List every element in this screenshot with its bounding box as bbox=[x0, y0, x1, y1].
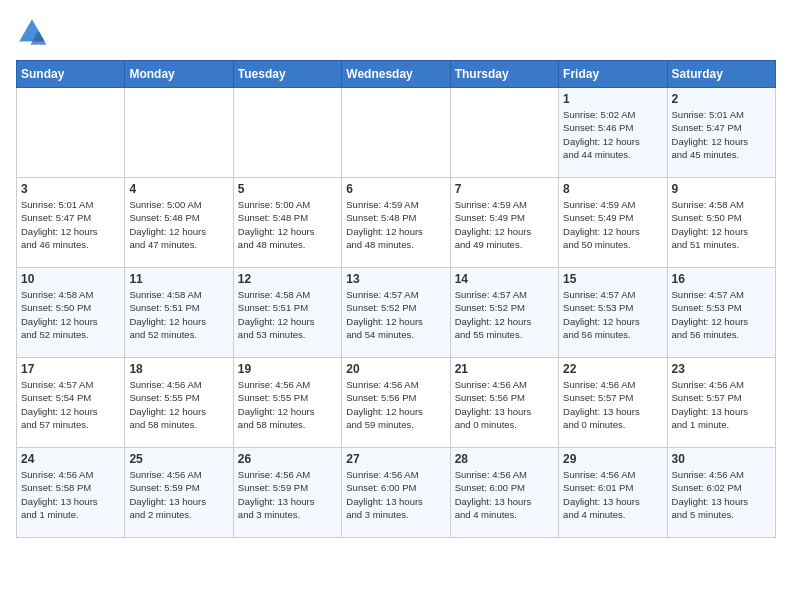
calendar-cell: 10Sunrise: 4:58 AM Sunset: 5:50 PM Dayli… bbox=[17, 268, 125, 358]
calendar-cell bbox=[17, 88, 125, 178]
calendar-week-2: 3Sunrise: 5:01 AM Sunset: 5:47 PM Daylig… bbox=[17, 178, 776, 268]
header-thursday: Thursday bbox=[450, 61, 558, 88]
day-number: 16 bbox=[672, 272, 771, 286]
calendar-cell: 12Sunrise: 4:58 AM Sunset: 5:51 PM Dayli… bbox=[233, 268, 341, 358]
day-number: 23 bbox=[672, 362, 771, 376]
day-info: Sunrise: 4:57 AM Sunset: 5:53 PM Dayligh… bbox=[672, 288, 771, 341]
day-info: Sunrise: 4:56 AM Sunset: 5:57 PM Dayligh… bbox=[563, 378, 662, 431]
calendar-cell: 22Sunrise: 4:56 AM Sunset: 5:57 PM Dayli… bbox=[559, 358, 667, 448]
day-number: 29 bbox=[563, 452, 662, 466]
calendar-cell: 8Sunrise: 4:59 AM Sunset: 5:49 PM Daylig… bbox=[559, 178, 667, 268]
day-info: Sunrise: 4:56 AM Sunset: 6:00 PM Dayligh… bbox=[346, 468, 445, 521]
calendar-cell: 16Sunrise: 4:57 AM Sunset: 5:53 PM Dayli… bbox=[667, 268, 775, 358]
day-info: Sunrise: 4:57 AM Sunset: 5:52 PM Dayligh… bbox=[455, 288, 554, 341]
day-number: 6 bbox=[346, 182, 445, 196]
day-info: Sunrise: 4:59 AM Sunset: 5:49 PM Dayligh… bbox=[455, 198, 554, 251]
day-number: 12 bbox=[238, 272, 337, 286]
calendar-cell: 20Sunrise: 4:56 AM Sunset: 5:56 PM Dayli… bbox=[342, 358, 450, 448]
calendar-cell: 29Sunrise: 4:56 AM Sunset: 6:01 PM Dayli… bbox=[559, 448, 667, 538]
day-info: Sunrise: 4:56 AM Sunset: 5:59 PM Dayligh… bbox=[129, 468, 228, 521]
day-info: Sunrise: 4:58 AM Sunset: 5:51 PM Dayligh… bbox=[129, 288, 228, 341]
day-number: 5 bbox=[238, 182, 337, 196]
header-sunday: Sunday bbox=[17, 61, 125, 88]
day-info: Sunrise: 4:58 AM Sunset: 5:50 PM Dayligh… bbox=[21, 288, 120, 341]
calendar-week-4: 17Sunrise: 4:57 AM Sunset: 5:54 PM Dayli… bbox=[17, 358, 776, 448]
day-number: 4 bbox=[129, 182, 228, 196]
calendar-cell: 1Sunrise: 5:02 AM Sunset: 5:46 PM Daylig… bbox=[559, 88, 667, 178]
day-number: 24 bbox=[21, 452, 120, 466]
calendar-cell bbox=[450, 88, 558, 178]
day-info: Sunrise: 5:00 AM Sunset: 5:48 PM Dayligh… bbox=[238, 198, 337, 251]
day-info: Sunrise: 4:57 AM Sunset: 5:53 PM Dayligh… bbox=[563, 288, 662, 341]
calendar-cell bbox=[342, 88, 450, 178]
header-tuesday: Tuesday bbox=[233, 61, 341, 88]
header-monday: Monday bbox=[125, 61, 233, 88]
calendar-cell bbox=[233, 88, 341, 178]
day-info: Sunrise: 4:56 AM Sunset: 5:55 PM Dayligh… bbox=[238, 378, 337, 431]
day-number: 26 bbox=[238, 452, 337, 466]
day-number: 27 bbox=[346, 452, 445, 466]
day-number: 28 bbox=[455, 452, 554, 466]
day-number: 18 bbox=[129, 362, 228, 376]
calendar-cell: 30Sunrise: 4:56 AM Sunset: 6:02 PM Dayli… bbox=[667, 448, 775, 538]
day-number: 15 bbox=[563, 272, 662, 286]
calendar-cell: 5Sunrise: 5:00 AM Sunset: 5:48 PM Daylig… bbox=[233, 178, 341, 268]
day-info: Sunrise: 4:58 AM Sunset: 5:51 PM Dayligh… bbox=[238, 288, 337, 341]
day-number: 8 bbox=[563, 182, 662, 196]
day-info: Sunrise: 4:57 AM Sunset: 5:54 PM Dayligh… bbox=[21, 378, 120, 431]
calendar-cell: 2Sunrise: 5:01 AM Sunset: 5:47 PM Daylig… bbox=[667, 88, 775, 178]
calendar-cell: 27Sunrise: 4:56 AM Sunset: 6:00 PM Dayli… bbox=[342, 448, 450, 538]
day-number: 21 bbox=[455, 362, 554, 376]
calendar-cell: 14Sunrise: 4:57 AM Sunset: 5:52 PM Dayli… bbox=[450, 268, 558, 358]
day-info: Sunrise: 4:56 AM Sunset: 5:58 PM Dayligh… bbox=[21, 468, 120, 521]
calendar-cell: 15Sunrise: 4:57 AM Sunset: 5:53 PM Dayli… bbox=[559, 268, 667, 358]
day-number: 9 bbox=[672, 182, 771, 196]
day-number: 17 bbox=[21, 362, 120, 376]
calendar-cell: 28Sunrise: 4:56 AM Sunset: 6:00 PM Dayli… bbox=[450, 448, 558, 538]
day-info: Sunrise: 4:56 AM Sunset: 6:00 PM Dayligh… bbox=[455, 468, 554, 521]
calendar-cell: 6Sunrise: 4:59 AM Sunset: 5:48 PM Daylig… bbox=[342, 178, 450, 268]
day-info: Sunrise: 5:01 AM Sunset: 5:47 PM Dayligh… bbox=[672, 108, 771, 161]
day-info: Sunrise: 4:56 AM Sunset: 5:56 PM Dayligh… bbox=[455, 378, 554, 431]
day-number: 19 bbox=[238, 362, 337, 376]
calendar-cell: 24Sunrise: 4:56 AM Sunset: 5:58 PM Dayli… bbox=[17, 448, 125, 538]
day-info: Sunrise: 4:56 AM Sunset: 6:02 PM Dayligh… bbox=[672, 468, 771, 521]
calendar-cell: 13Sunrise: 4:57 AM Sunset: 5:52 PM Dayli… bbox=[342, 268, 450, 358]
day-number: 7 bbox=[455, 182, 554, 196]
day-info: Sunrise: 5:02 AM Sunset: 5:46 PM Dayligh… bbox=[563, 108, 662, 161]
day-info: Sunrise: 4:59 AM Sunset: 5:48 PM Dayligh… bbox=[346, 198, 445, 251]
calendar-cell: 19Sunrise: 4:56 AM Sunset: 5:55 PM Dayli… bbox=[233, 358, 341, 448]
day-number: 3 bbox=[21, 182, 120, 196]
calendar-cell: 18Sunrise: 4:56 AM Sunset: 5:55 PM Dayli… bbox=[125, 358, 233, 448]
calendar-week-5: 24Sunrise: 4:56 AM Sunset: 5:58 PM Dayli… bbox=[17, 448, 776, 538]
logo-icon bbox=[16, 16, 48, 48]
day-number: 10 bbox=[21, 272, 120, 286]
day-info: Sunrise: 4:59 AM Sunset: 5:49 PM Dayligh… bbox=[563, 198, 662, 251]
day-info: Sunrise: 4:56 AM Sunset: 5:56 PM Dayligh… bbox=[346, 378, 445, 431]
calendar-cell: 9Sunrise: 4:58 AM Sunset: 5:50 PM Daylig… bbox=[667, 178, 775, 268]
day-number: 30 bbox=[672, 452, 771, 466]
day-number: 14 bbox=[455, 272, 554, 286]
day-number: 13 bbox=[346, 272, 445, 286]
day-info: Sunrise: 4:56 AM Sunset: 5:57 PM Dayligh… bbox=[672, 378, 771, 431]
day-info: Sunrise: 5:00 AM Sunset: 5:48 PM Dayligh… bbox=[129, 198, 228, 251]
day-info: Sunrise: 4:56 AM Sunset: 5:59 PM Dayligh… bbox=[238, 468, 337, 521]
calendar-cell: 23Sunrise: 4:56 AM Sunset: 5:57 PM Dayli… bbox=[667, 358, 775, 448]
calendar-cell: 11Sunrise: 4:58 AM Sunset: 5:51 PM Dayli… bbox=[125, 268, 233, 358]
calendar-cell bbox=[125, 88, 233, 178]
day-number: 1 bbox=[563, 92, 662, 106]
calendar-cell: 7Sunrise: 4:59 AM Sunset: 5:49 PM Daylig… bbox=[450, 178, 558, 268]
day-number: 22 bbox=[563, 362, 662, 376]
day-number: 11 bbox=[129, 272, 228, 286]
day-info: Sunrise: 4:56 AM Sunset: 6:01 PM Dayligh… bbox=[563, 468, 662, 521]
day-number: 2 bbox=[672, 92, 771, 106]
header-wednesday: Wednesday bbox=[342, 61, 450, 88]
logo bbox=[16, 16, 52, 48]
calendar-table: SundayMondayTuesdayWednesdayThursdayFrid… bbox=[16, 60, 776, 538]
calendar-header-row: SundayMondayTuesdayWednesdayThursdayFrid… bbox=[17, 61, 776, 88]
day-number: 20 bbox=[346, 362, 445, 376]
day-info: Sunrise: 4:57 AM Sunset: 5:52 PM Dayligh… bbox=[346, 288, 445, 341]
header-friday: Friday bbox=[559, 61, 667, 88]
day-info: Sunrise: 5:01 AM Sunset: 5:47 PM Dayligh… bbox=[21, 198, 120, 251]
calendar-cell: 4Sunrise: 5:00 AM Sunset: 5:48 PM Daylig… bbox=[125, 178, 233, 268]
